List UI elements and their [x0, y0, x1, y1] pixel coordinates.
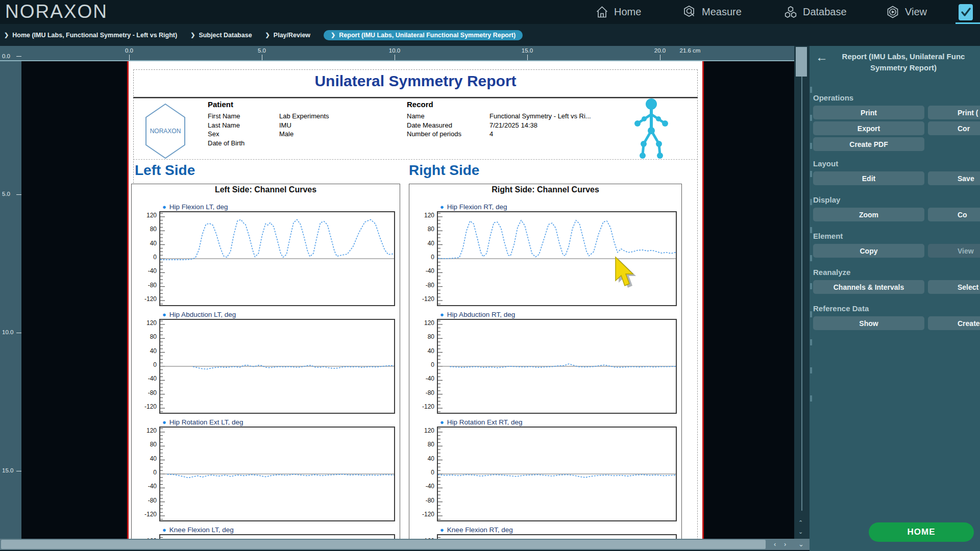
y-axis: 12080400-40-80-120: [409, 319, 437, 414]
top-nav-bar: NORAXON Home Measure Database View: [0, 0, 980, 24]
create-pdf-button[interactable]: Create PDF: [813, 137, 924, 151]
chevron-right-icon: ❯: [190, 32, 195, 38]
back-arrow-icon[interactable]: ←: [816, 51, 828, 63]
section-reanalyze: Reanalyze Channels & Intervals Select: [813, 268, 980, 296]
ruler-label: 15.0: [2, 467, 13, 473]
record-periods: 4: [489, 130, 493, 138]
view-button: View: [928, 244, 980, 258]
title-rule: [133, 97, 698, 98]
home-button[interactable]: HOME: [869, 522, 974, 542]
chart-hip-flexion-rt: ●Hip Flexion RT, deg 12080400-40-80-120: [409, 203, 681, 306]
channels-intervals-button[interactable]: Channels & Intervals: [813, 280, 924, 294]
chart-hip-rotation-rt: ●Hip Rotation Ext RT, deg 12080400-40-80…: [409, 418, 681, 521]
display-secondary-button[interactable]: Co: [928, 208, 980, 221]
left-side-heading: Left Side: [135, 162, 195, 179]
show-button[interactable]: Show: [813, 316, 924, 330]
nav-view[interactable]: View: [886, 0, 927, 24]
report-active-tab-icon[interactable]: [959, 4, 980, 22]
zoom-button[interactable]: Zoom: [813, 208, 924, 221]
plot-area: [437, 534, 677, 539]
legend-label: Hip Rotation Ext LT, deg: [169, 418, 243, 426]
chart-knee-flexion-rt: ●Knee Flexion RT, deg 160: [409, 525, 681, 539]
y-axis: 12080400-40-80-120: [132, 319, 159, 414]
select-button[interactable]: Select: [928, 280, 980, 294]
section-operations: Operations Print Print ( Export Cor Crea…: [813, 93, 980, 153]
scroll-right-icon[interactable]: ›: [784, 540, 786, 548]
print-secondary-button[interactable]: Print (: [928, 106, 980, 119]
create-button[interactable]: Create: [928, 316, 980, 330]
chart-hip-flexion-lt: ●Hip Flexion LT, deg 12080400-40-80-120: [132, 203, 400, 306]
plot-area: [159, 534, 395, 539]
nav-measure[interactable]: Measure: [683, 0, 742, 24]
sidebar-title: Report (IMU Labs, Unilateral Func Symmet…: [827, 51, 980, 73]
vertical-ruler: 0.0 5.0 10.0 15.0: [0, 61, 21, 539]
chevron-right-icon: ❯: [265, 32, 270, 38]
mouse-cursor: [610, 254, 639, 290]
chart-hip-abduction-lt: ●Hip Abduction LT, deg 12080400-40-80-12…: [132, 310, 400, 414]
section-layout: Layout Edit Save: [813, 159, 980, 187]
nav-view-label: View: [905, 6, 927, 18]
right-side-heading: Right Side: [409, 162, 479, 179]
vertical-scrollbar-thumb[interactable]: [796, 47, 807, 77]
patient-last-name: IMU: [279, 121, 291, 129]
record-date-measured: 7/21/2025 14:38: [489, 121, 537, 129]
breadcrumb: ❯Home (IMU Labs, Functional Symmetry - L…: [0, 24, 980, 46]
y-axis: 12080400-40-80-120: [409, 427, 437, 521]
view-play-icon: [886, 5, 900, 19]
scroll-left-icon[interactable]: ‹: [774, 540, 776, 548]
noraxon-hexagon-logo: NORAXON: [143, 102, 188, 162]
noraxon-logo: NORAXON: [5, 1, 108, 22]
copy-button[interactable]: Copy: [813, 244, 924, 258]
scroll-down-icon[interactable]: ⌄: [798, 540, 804, 548]
record-section: Record NameFunctional Symmetry - Left vs…: [407, 100, 591, 139]
legend-dot-icon: ●: [162, 203, 166, 211]
panel-splitter[interactable]: [810, 87, 812, 403]
legend-label: Knee Flexion RT, deg: [447, 526, 513, 534]
chart-knee-flexion-lt: ●Knee Flexion LT, deg 160: [132, 525, 400, 539]
ruler-label: 0.0: [2, 53, 10, 59]
chevron-right-icon: ❯: [4, 32, 9, 38]
chevron-right-icon: ❯: [331, 32, 335, 38]
chart-hip-rotation-lt: ●Hip Rotation Ext LT, deg 12080400-40-80…: [132, 418, 400, 521]
header-separator: [133, 159, 698, 160]
nav-home[interactable]: Home: [595, 0, 641, 24]
scroll-up-icon[interactable]: ⌃: [798, 519, 803, 526]
cor-button[interactable]: Cor: [928, 121, 980, 135]
breadcrumb-home[interactable]: ❯Home (IMU Labs, Functional Symmetry - L…: [4, 32, 177, 39]
page-edge-marker-left: [127, 61, 129, 539]
nav-database-label: Database: [803, 6, 847, 18]
right-channel-curves-panel: Right Side: Channel Curves ●Hip Flexion …: [409, 184, 682, 539]
y-axis: 160: [409, 534, 437, 539]
legend-label: Hip Flexion RT, deg: [447, 203, 507, 211]
breadcrumb-subject-database[interactable]: ❯Subject Database: [190, 32, 252, 39]
legend-dot-icon: ●: [162, 526, 166, 534]
y-axis: 12080400-40-80-120: [132, 211, 159, 306]
record-name: Functional Symmetry - Left vs Ri...: [489, 112, 591, 120]
patient-section: Patient First NameLab Experiments Last N…: [208, 100, 329, 147]
vertical-scrollbar-track: [801, 49, 802, 511]
breadcrumb-play-review[interactable]: ❯Play/Review: [265, 32, 310, 39]
export-button[interactable]: Export: [813, 121, 924, 135]
ruler-label: 5.0: [258, 47, 266, 54]
ruler-label: 0.0: [125, 47, 133, 54]
measure-icon: [683, 5, 697, 19]
plot-area: [159, 211, 395, 306]
breadcrumb-report-active[interactable]: ❯Report (IMU Labs, Unilateral Functional…: [324, 30, 523, 40]
nav-database[interactable]: Database: [783, 0, 847, 24]
horizontal-ruler: 0.0 5.0 10.0 15.0 20.0 21.6 cm: [0, 46, 794, 61]
plot-area: [437, 211, 677, 306]
ruler-label: 20.0: [654, 47, 666, 54]
ruler-label: 10.0: [389, 47, 400, 54]
save-button[interactable]: Save: [928, 171, 980, 185]
section-display: Display Zoom Co: [813, 195, 980, 223]
right-panel-title: Right Side: Channel Curves: [409, 185, 681, 198]
print-button[interactable]: Print: [813, 106, 924, 119]
horizontal-scrollbar-thumb[interactable]: [1, 540, 766, 549]
legend-dot-icon: ●: [162, 418, 166, 426]
plot-area: [159, 427, 395, 521]
y-axis: 160: [132, 534, 159, 539]
patient-sex: Male: [279, 130, 293, 138]
edit-button[interactable]: Edit: [813, 171, 924, 185]
scroll-down-icon[interactable]: ⌄: [798, 529, 803, 535]
legend-label: Hip Flexion LT, deg: [169, 203, 228, 211]
